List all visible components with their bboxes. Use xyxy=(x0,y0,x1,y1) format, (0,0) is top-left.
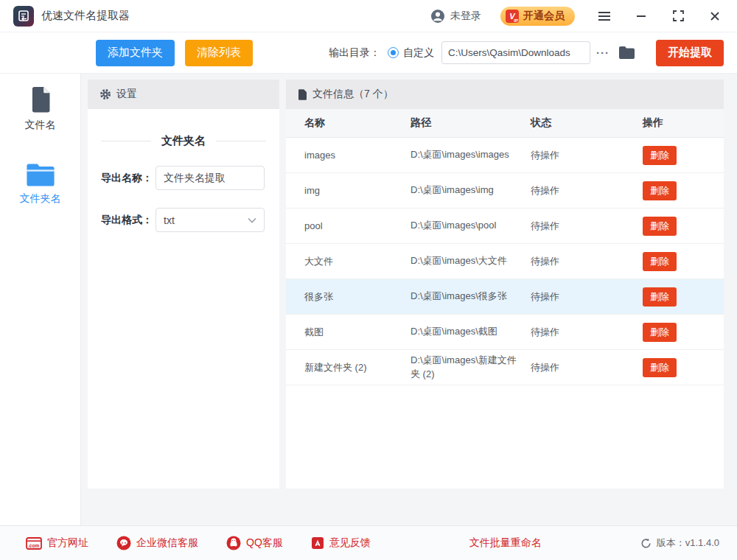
document-icon xyxy=(298,89,307,100)
cell-path: D:\桌面\images\很多张 xyxy=(411,290,531,304)
wechat-service-link[interactable]: 企业微信客服 xyxy=(116,536,198,550)
cell-status: 待操作 xyxy=(531,255,643,268)
qq-icon xyxy=(226,536,241,550)
official-website-link[interactable]: .com 官方网址 xyxy=(26,536,88,550)
export-name-label: 导出名称： xyxy=(101,172,156,185)
custom-dir-radio[interactable] xyxy=(388,47,399,58)
sidebar-item-filename[interactable]: 文件名 xyxy=(19,84,62,135)
refresh-icon[interactable] xyxy=(640,538,652,549)
open-vip-button[interactable]: VIP 开通会员 xyxy=(500,7,575,26)
folder-icon xyxy=(618,46,635,60)
file-info-header: 文件信息（7 个） xyxy=(286,80,724,109)
feedback-link[interactable]: 意见反馈 xyxy=(311,536,371,550)
section-divider: 文件夹名 xyxy=(101,134,266,148)
dotcom-icon: .com xyxy=(26,537,42,550)
clear-list-button[interactable]: 清除列表 xyxy=(185,40,253,66)
browse-dots-button[interactable]: ··· xyxy=(596,46,609,59)
cell-status: 待操作 xyxy=(531,220,643,233)
version-label: 版本：v1.1.4.0 xyxy=(657,536,719,550)
cell-name: images xyxy=(304,150,411,161)
delete-button[interactable]: 删除 xyxy=(643,146,677,165)
cell-status: 待操作 xyxy=(531,149,643,162)
settings-panel-header: 设置 xyxy=(88,80,279,109)
file-info-panel: 文件信息（7 个） 名称 路径 状态 操作 images D:\桌面\image… xyxy=(286,80,724,489)
add-folder-button[interactable]: 添加文件夹 xyxy=(96,40,175,66)
export-name-input[interactable] xyxy=(156,166,265,190)
minimize-button[interactable] xyxy=(634,9,649,24)
table-row[interactable]: 很多张 D:\桌面\images\很多张 待操作 删除 xyxy=(286,279,724,315)
content-area: 设置 文件夹名 导出名称： 导出格式： txt xyxy=(81,74,737,525)
table-row[interactable]: pool D:\桌面\images\pool 待操作 删除 xyxy=(286,209,724,244)
cell-path: D:\桌面\images\截图 xyxy=(411,325,531,339)
wechat-icon xyxy=(116,536,131,550)
file-icon xyxy=(28,87,53,113)
close-button[interactable] xyxy=(708,9,722,24)
custom-dir-radio-label: 自定义 xyxy=(403,46,434,60)
cell-name: 新建文件夹 (2) xyxy=(304,361,411,374)
delete-button[interactable]: 删除 xyxy=(643,323,677,342)
maximize-button[interactable] xyxy=(671,9,685,24)
vip-label: 开通会员 xyxy=(523,10,565,23)
output-dir-label: 输出目录： xyxy=(329,46,380,60)
table-row[interactable]: images D:\桌面\images\images 待操作 删除 xyxy=(286,138,724,173)
col-action: 操作 xyxy=(643,116,724,130)
app-logo-icon xyxy=(13,6,34,27)
cell-status: 待操作 xyxy=(531,326,643,339)
cell-path: D:\桌面\images\新建文件夹 (2) xyxy=(411,354,531,382)
section-title: 文件夹名 xyxy=(151,134,216,148)
qq-service-link[interactable]: QQ客服 xyxy=(226,536,283,550)
file-info-title: 文件信息（7 个） xyxy=(312,88,394,101)
delete-button[interactable]: 删除 xyxy=(643,252,677,271)
version-info: 版本：v1.1.4.0 xyxy=(640,536,719,550)
table-row[interactable]: 新建文件夹 (2) D:\桌面\images\新建文件夹 (2) 待操作 删除 xyxy=(286,350,724,385)
cell-path: D:\桌面\images\images xyxy=(411,148,531,162)
cell-status: 待操作 xyxy=(531,290,643,304)
cell-name: 大文件 xyxy=(304,255,411,268)
col-name: 名称 xyxy=(304,116,411,130)
col-status: 状态 xyxy=(531,116,643,130)
cell-name: 很多张 xyxy=(304,290,411,304)
cell-path: D:\桌面\images\大文件 xyxy=(411,254,531,268)
col-path: 路径 xyxy=(411,116,531,130)
cell-status: 待操作 xyxy=(531,184,643,197)
toolbar: 添加文件夹 清除列表 输出目录： 自定义 ··· 开始提取 xyxy=(0,32,737,74)
gear-icon xyxy=(99,88,111,100)
output-path-input[interactable] xyxy=(441,41,590,64)
table-row[interactable]: img D:\桌面\images\img 待操作 删除 xyxy=(286,173,724,209)
cell-name: img xyxy=(304,185,411,196)
table-column-header: 名称 路径 状态 操作 xyxy=(286,109,724,138)
export-format-select[interactable]: txt xyxy=(156,208,265,232)
open-folder-button[interactable] xyxy=(618,46,635,60)
export-format-label: 导出格式： xyxy=(101,214,156,227)
delete-button[interactable]: 删除 xyxy=(643,181,677,200)
table-row[interactable]: 大文件 D:\桌面\images\大文件 待操作 删除 xyxy=(286,244,724,279)
delete-button[interactable]: 删除 xyxy=(643,217,677,236)
sidebar: 文件名 文件夹名 xyxy=(0,74,81,525)
export-format-value: txt xyxy=(164,214,175,226)
table-row[interactable]: 截图 D:\桌面\images\截图 待操作 删除 xyxy=(286,315,724,350)
batch-rename-link[interactable]: 文件批量重命名 xyxy=(469,536,542,550)
feedback-icon xyxy=(311,536,324,550)
user-icon xyxy=(430,9,445,24)
folder-blue-icon xyxy=(26,163,55,187)
settings-header-label: 设置 xyxy=(116,88,137,101)
close-icon xyxy=(710,11,720,21)
cell-name: 截图 xyxy=(304,326,411,339)
delete-button[interactable]: 删除 xyxy=(643,358,677,377)
login-status-label: 未登录 xyxy=(450,10,481,23)
hamburger-icon xyxy=(598,11,611,21)
sidebar-item-label: 文件夹名 xyxy=(20,192,61,206)
delete-button[interactable]: 删除 xyxy=(643,287,677,307)
cell-name: pool xyxy=(304,220,411,231)
cell-path: D:\桌面\images\img xyxy=(411,183,531,197)
sidebar-item-foldername[interactable]: 文件夹名 xyxy=(14,160,67,209)
app-title: 优速文件名提取器 xyxy=(41,9,130,23)
cell-status: 待操作 xyxy=(531,361,643,374)
app-window: 优速文件名提取器 未登录 VIP 开通会员 xyxy=(0,0,737,560)
cell-path: D:\桌面\images\pool xyxy=(411,219,531,233)
maximize-icon xyxy=(673,10,684,21)
login-status[interactable]: 未登录 xyxy=(430,9,481,24)
menu-button[interactable] xyxy=(597,9,612,24)
start-extract-button[interactable]: 开始提取 xyxy=(656,40,724,66)
settings-panel: 设置 文件夹名 导出名称： 导出格式： txt xyxy=(88,80,279,489)
